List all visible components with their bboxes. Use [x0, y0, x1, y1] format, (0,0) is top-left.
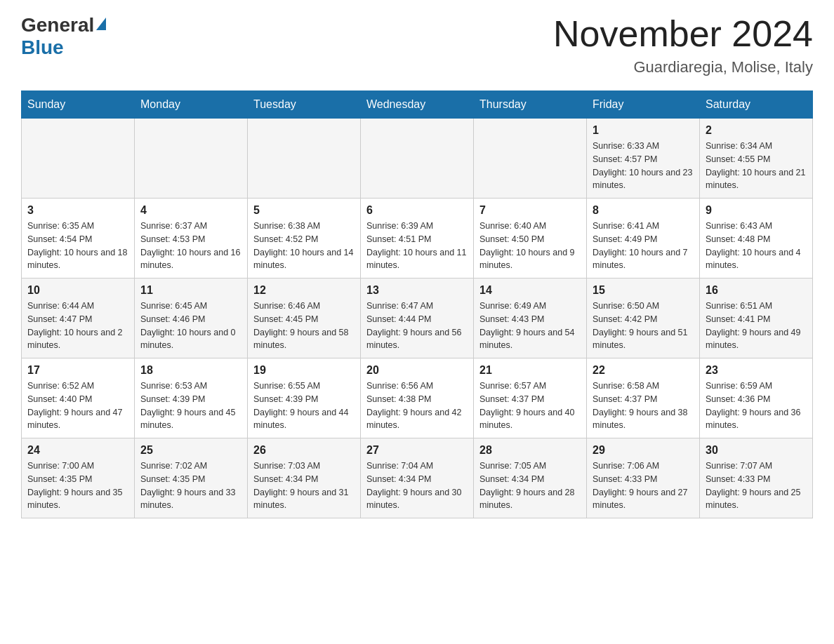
day-number: 8	[593, 204, 694, 217]
table-row: 9Sunrise: 6:43 AMSunset: 4:48 PMDaylight…	[700, 199, 813, 279]
calendar-week-row: 17Sunrise: 6:52 AMSunset: 4:40 PMDayligh…	[22, 358, 813, 438]
day-info: Sunrise: 6:34 AMSunset: 4:55 PMDaylight:…	[706, 140, 807, 192]
day-number: 4	[140, 204, 241, 217]
day-number: 29	[593, 444, 694, 457]
calendar-table: Sunday Monday Tuesday Wednesday Thursday…	[21, 90, 813, 518]
day-number: 6	[366, 204, 468, 217]
page-header: General Blue November 2024 Guardiaregia,…	[21, 14, 813, 76]
table-row: 19Sunrise: 6:55 AMSunset: 4:39 PMDayligh…	[248, 358, 361, 438]
table-row: 7Sunrise: 6:40 AMSunset: 4:50 PMDaylight…	[474, 199, 587, 279]
table-row	[22, 119, 135, 199]
table-row: 21Sunrise: 6:57 AMSunset: 4:37 PMDayligh…	[474, 358, 587, 438]
day-info: Sunrise: 7:00 AMSunset: 4:35 PMDaylight:…	[27, 459, 128, 512]
table-row: 13Sunrise: 6:47 AMSunset: 4:44 PMDayligh…	[361, 279, 474, 358]
day-info: Sunrise: 6:44 AMSunset: 4:47 PMDaylight:…	[27, 300, 128, 352]
day-info: Sunrise: 6:46 AMSunset: 4:45 PMDaylight:…	[253, 300, 355, 352]
day-number: 18	[140, 364, 241, 377]
calendar-week-row: 24Sunrise: 7:00 AMSunset: 4:35 PMDayligh…	[22, 438, 813, 518]
day-info: Sunrise: 6:43 AMSunset: 4:48 PMDaylight:…	[706, 220, 807, 272]
day-number: 30	[706, 444, 807, 457]
day-info: Sunrise: 6:47 AMSunset: 4:44 PMDaylight:…	[366, 300, 468, 352]
day-info: Sunrise: 7:05 AMSunset: 4:34 PMDaylight:…	[479, 459, 581, 512]
table-row: 18Sunrise: 6:53 AMSunset: 4:39 PMDayligh…	[135, 358, 248, 438]
table-row: 30Sunrise: 7:07 AMSunset: 4:33 PMDayligh…	[700, 438, 813, 518]
col-monday: Monday	[135, 91, 248, 119]
logo-arrow-icon	[96, 18, 106, 30]
day-info: Sunrise: 6:41 AMSunset: 4:49 PMDaylight:…	[593, 220, 694, 272]
day-number: 7	[479, 204, 581, 217]
table-row: 11Sunrise: 6:45 AMSunset: 4:46 PMDayligh…	[135, 279, 248, 358]
calendar-week-row: 1Sunrise: 6:33 AMSunset: 4:57 PMDaylight…	[22, 119, 813, 199]
table-row: 22Sunrise: 6:58 AMSunset: 4:37 PMDayligh…	[587, 358, 700, 438]
table-row: 29Sunrise: 7:06 AMSunset: 4:33 PMDayligh…	[587, 438, 700, 518]
col-friday: Friday	[587, 91, 700, 119]
table-row	[361, 119, 474, 199]
day-number: 14	[479, 284, 581, 297]
table-row: 17Sunrise: 6:52 AMSunset: 4:40 PMDayligh…	[22, 358, 135, 438]
table-row: 20Sunrise: 6:56 AMSunset: 4:38 PMDayligh…	[361, 358, 474, 438]
day-info: Sunrise: 6:56 AMSunset: 4:38 PMDaylight:…	[366, 380, 468, 432]
day-info: Sunrise: 6:59 AMSunset: 4:36 PMDaylight:…	[706, 380, 807, 432]
day-number: 3	[27, 204, 128, 217]
table-row: 24Sunrise: 7:00 AMSunset: 4:35 PMDayligh…	[22, 438, 135, 518]
day-info: Sunrise: 6:33 AMSunset: 4:57 PMDaylight:…	[593, 140, 694, 192]
day-info: Sunrise: 7:04 AMSunset: 4:34 PMDaylight:…	[366, 459, 468, 512]
month-title: November 2024	[553, 14, 813, 54]
day-info: Sunrise: 6:37 AMSunset: 4:53 PMDaylight:…	[140, 220, 241, 272]
col-sunday: Sunday	[22, 91, 135, 119]
day-number: 15	[593, 284, 694, 297]
logo-blue-label: Blue	[21, 36, 64, 59]
table-row: 8Sunrise: 6:41 AMSunset: 4:49 PMDaylight…	[587, 199, 700, 279]
logo-general-label: General	[21, 14, 94, 36]
table-row: 16Sunrise: 6:51 AMSunset: 4:41 PMDayligh…	[700, 279, 813, 358]
table-row: 10Sunrise: 6:44 AMSunset: 4:47 PMDayligh…	[22, 279, 135, 358]
day-info: Sunrise: 7:06 AMSunset: 4:33 PMDaylight:…	[593, 459, 694, 512]
day-info: Sunrise: 6:53 AMSunset: 4:39 PMDaylight:…	[140, 380, 241, 432]
day-number: 10	[27, 284, 128, 297]
day-number: 17	[27, 364, 128, 377]
day-info: Sunrise: 6:50 AMSunset: 4:42 PMDaylight:…	[593, 300, 694, 352]
table-row: 15Sunrise: 6:50 AMSunset: 4:42 PMDayligh…	[587, 279, 700, 358]
day-number: 27	[366, 444, 468, 457]
table-row: 6Sunrise: 6:39 AMSunset: 4:51 PMDaylight…	[361, 199, 474, 279]
table-row: 5Sunrise: 6:38 AMSunset: 4:52 PMDaylight…	[248, 199, 361, 279]
day-info: Sunrise: 6:45 AMSunset: 4:46 PMDaylight:…	[140, 300, 241, 352]
day-number: 12	[253, 284, 355, 297]
day-number: 22	[593, 364, 694, 377]
day-info: Sunrise: 7:07 AMSunset: 4:33 PMDaylight:…	[706, 459, 807, 512]
day-number: 21	[479, 364, 581, 377]
col-saturday: Saturday	[700, 91, 813, 119]
table-row	[474, 119, 587, 199]
day-number: 26	[253, 444, 355, 457]
table-row: 28Sunrise: 7:05 AMSunset: 4:34 PMDayligh…	[474, 438, 587, 518]
calendar-week-row: 10Sunrise: 6:44 AMSunset: 4:47 PMDayligh…	[22, 279, 813, 358]
day-number: 2	[706, 124, 807, 137]
day-number: 9	[706, 204, 807, 217]
day-info: Sunrise: 6:52 AMSunset: 4:40 PMDaylight:…	[27, 380, 128, 432]
table-row	[248, 119, 361, 199]
table-row: 3Sunrise: 6:35 AMSunset: 4:54 PMDaylight…	[22, 199, 135, 279]
day-info: Sunrise: 6:57 AMSunset: 4:37 PMDaylight:…	[479, 380, 581, 432]
day-number: 19	[253, 364, 355, 377]
day-number: 25	[140, 444, 241, 457]
location-subtitle: Guardiaregia, Molise, Italy	[553, 58, 813, 76]
table-row	[135, 119, 248, 199]
day-info: Sunrise: 6:39 AMSunset: 4:51 PMDaylight:…	[366, 220, 468, 272]
table-row: 27Sunrise: 7:04 AMSunset: 4:34 PMDayligh…	[361, 438, 474, 518]
table-row: 12Sunrise: 6:46 AMSunset: 4:45 PMDayligh…	[248, 279, 361, 358]
day-number: 24	[27, 444, 128, 457]
day-info: Sunrise: 7:02 AMSunset: 4:35 PMDaylight:…	[140, 459, 241, 512]
day-number: 11	[140, 284, 241, 297]
col-tuesday: Tuesday	[248, 91, 361, 119]
day-number: 16	[706, 284, 807, 297]
day-number: 13	[366, 284, 468, 297]
table-row: 23Sunrise: 6:59 AMSunset: 4:36 PMDayligh…	[700, 358, 813, 438]
calendar-week-row: 3Sunrise: 6:35 AMSunset: 4:54 PMDaylight…	[22, 199, 813, 279]
day-info: Sunrise: 6:58 AMSunset: 4:37 PMDaylight:…	[593, 380, 694, 432]
table-row: 2Sunrise: 6:34 AMSunset: 4:55 PMDaylight…	[700, 119, 813, 199]
day-info: Sunrise: 6:51 AMSunset: 4:41 PMDaylight:…	[706, 300, 807, 352]
table-row: 26Sunrise: 7:03 AMSunset: 4:34 PMDayligh…	[248, 438, 361, 518]
title-section: November 2024 Guardiaregia, Molise, Ital…	[553, 14, 813, 76]
day-number: 23	[706, 364, 807, 377]
logo: General Blue	[21, 14, 106, 59]
